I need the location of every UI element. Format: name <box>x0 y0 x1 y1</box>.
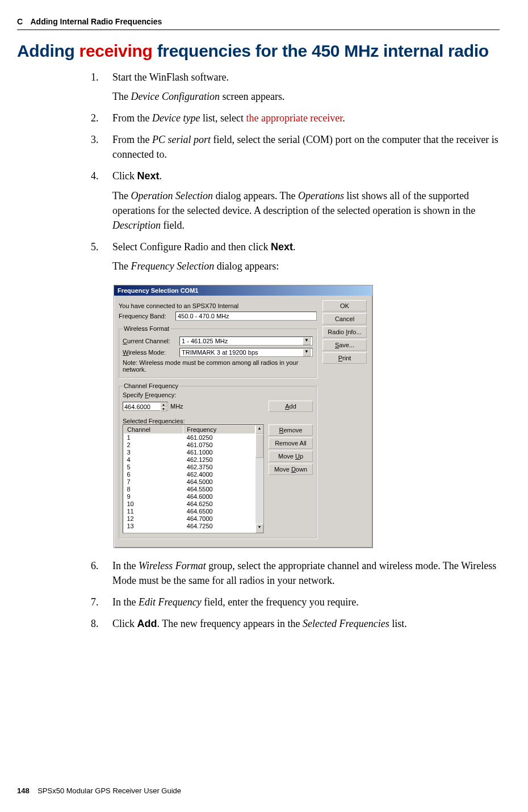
cancel-button[interactable]: Cancel <box>322 313 367 325</box>
specify-frequency-input[interactable]: 464.6000 ▲▼ <box>123 402 168 411</box>
add-button[interactable]: Add <box>269 401 313 412</box>
radio-info-button[interactable]: Radio Info... <box>322 326 367 338</box>
dialog-title: Frequency Selection COM1 <box>114 285 372 296</box>
chevron-down-icon[interactable]: ▼ <box>303 337 311 345</box>
mhz-label: MHz <box>170 403 183 410</box>
guide-name: SPSx50 Modular GPS Receiver User Guide <box>37 786 181 795</box>
step-list: Start the WinFlash software. The Device … <box>91 70 500 274</box>
spinner-up-icon[interactable]: ▲ <box>160 402 167 407</box>
table-row[interactable]: 3461.1000 <box>124 449 255 456</box>
channel-column-header[interactable]: Channel <box>124 426 183 434</box>
selected-frequencies-list[interactable]: Channel Frequency 1461.02502461.07503461… <box>123 424 264 533</box>
specify-frequency-label: Specify Frequency: <box>123 392 313 398</box>
step-2: From the Device type list, select the ap… <box>91 111 500 125</box>
freq-band-input[interactable]: 450.0 - 470.0 MHz <box>175 312 317 321</box>
table-row[interactable]: 2461.0750 <box>124 441 255 449</box>
table-row[interactable]: 6462.4000 <box>124 471 255 478</box>
step-4: Click Next. The Operation Selection dial… <box>91 169 500 232</box>
step-5: Select Configure Radio and then click Ne… <box>91 239 500 274</box>
scroll-up-icon[interactable]: ▲ <box>255 425 263 434</box>
print-button[interactable]: Print <box>322 352 367 364</box>
section-title: Adding Internal Radio Frequencies <box>31 17 162 26</box>
chevron-down-icon[interactable]: ▼ <box>303 348 311 356</box>
step-7: In the Edit Frequency field, enter the f… <box>91 595 500 609</box>
table-row[interactable]: 12464.7000 <box>124 515 255 523</box>
move-up-button[interactable]: Move Up <box>269 451 313 462</box>
section-letter: C <box>17 17 23 26</box>
step-8: Click Add. The new frequency appears in … <box>91 616 500 631</box>
wireless-mode-label: Wireless Mode: <box>123 349 179 356</box>
page-title: Adding receiving frequencies for the 450… <box>17 41 500 61</box>
current-channel-label: Current Channel: <box>123 338 179 344</box>
table-row[interactable]: 5462.3750 <box>124 464 255 471</box>
table-row[interactable]: 11464.6500 <box>124 508 255 515</box>
scrollbar[interactable]: ▲ ▼ <box>255 425 263 533</box>
step-1: Start the WinFlash software. The Device … <box>91 70 500 104</box>
freq-band-label: Frequency Band: <box>119 313 175 319</box>
step-3: From the PC serial port field, select th… <box>91 132 500 162</box>
save-button[interactable]: Save... <box>322 339 367 351</box>
connected-text: You have connected to an SPSX70 Internal <box>119 302 317 309</box>
scroll-down-icon[interactable]: ▼ <box>255 524 263 533</box>
table-row[interactable]: 4462.1250 <box>124 456 255 464</box>
wireless-format-group: Wireless Format Current Channel: 1 - 461… <box>119 325 317 378</box>
step-list-continued: In the Wireless Format group, select the… <box>91 558 500 631</box>
page-number: 148 <box>17 786 30 795</box>
channel-frequency-group: Channel Frequency Specify Frequency: 464… <box>119 382 317 538</box>
frequency-selection-dialog: Frequency Selection COM1 You have connec… <box>114 285 373 548</box>
wireless-note: Note: Wireless mode must be common among… <box>123 359 313 373</box>
table-row[interactable]: 1461.0250 <box>124 434 255 442</box>
ok-button[interactable]: OK <box>322 300 367 312</box>
table-row[interactable]: 9464.6000 <box>124 493 255 500</box>
move-down-button[interactable]: Move Down <box>269 464 313 475</box>
step-6: In the Wireless Format group, select the… <box>91 558 500 588</box>
frequency-column-header[interactable]: Frequency <box>183 426 255 434</box>
page-footer: 148 SPSx50 Modular GPS Receiver User Gui… <box>17 786 500 795</box>
table-row[interactable]: 13464.7250 <box>124 523 255 530</box>
selected-frequencies-label: Selected Frequencies: <box>123 418 313 424</box>
table-row[interactable]: 10464.6250 <box>124 500 255 508</box>
scroll-thumb[interactable] <box>255 434 263 458</box>
running-header: C Adding Internal Radio Frequencies <box>17 17 500 30</box>
current-channel-select[interactable]: 1 - 461.025 MHz▼ <box>179 336 313 346</box>
remove-button[interactable]: Remove <box>269 424 313 436</box>
remove-all-button[interactable]: Remove All <box>269 437 313 449</box>
table-row[interactable]: 8464.5500 <box>124 486 255 493</box>
table-row[interactable]: 7464.5000 <box>124 478 255 486</box>
spinner-down-icon[interactable]: ▼ <box>160 407 167 411</box>
wireless-mode-select[interactable]: TRIMMARK 3 at 19200 bps▼ <box>179 348 313 357</box>
